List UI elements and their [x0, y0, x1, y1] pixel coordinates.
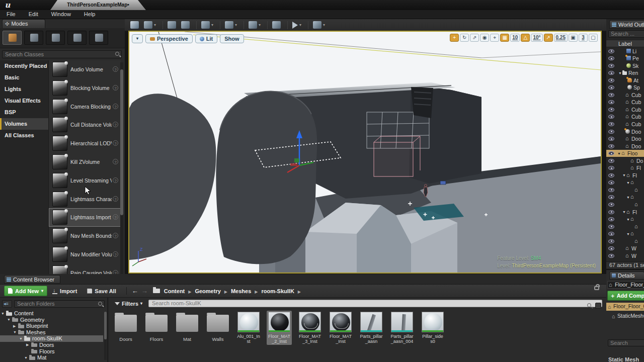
folder-tree-item-floors[interactable]: Floors [0, 348, 103, 355]
add-component-button[interactable]: ＋ Add Compo [607, 291, 644, 301]
visibility-eye-icon[interactable] [608, 188, 614, 192]
asset-Alu_001_Inst[interactable]: Alu_001_Inst [236, 311, 261, 345]
rotate-tool-button[interactable]: ↻ [460, 34, 469, 42]
surface-snap-button[interactable]: ⌖ [490, 34, 499, 42]
menu-item-help[interactable]: Help [77, 10, 102, 18]
visibility-eye-icon[interactable] [608, 64, 614, 68]
folder-tree-item-doors[interactable]: ▶Doors [0, 342, 103, 348]
visibility-eye-icon[interactable] [608, 130, 614, 134]
visibility-eye-icon[interactable] [608, 159, 614, 163]
outliner-row[interactable]: Sk [606, 62, 644, 69]
expand-arrow-icon[interactable]: ▼ [13, 330, 17, 334]
asset-folder-walls[interactable]: Walls [205, 311, 230, 345]
root-component-row[interactable]: ⌂Floor_Floor_0 [606, 303, 644, 311]
details-search-input[interactable]: Search [608, 339, 644, 346]
visibility-eye-icon[interactable] [608, 144, 614, 148]
expand-arrow-icon[interactable]: ▼ [618, 71, 622, 75]
visibility-eye-icon[interactable] [608, 195, 614, 199]
visibility-eye-icon[interactable] [608, 210, 614, 214]
asset-folder-mat[interactable]: Mat [175, 311, 200, 345]
visibility-eye-icon[interactable] [608, 108, 614, 112]
outliner-row[interactable]: ⌂Cub [606, 120, 644, 128]
outliner-row[interactable]: ▼⌂Fl [606, 208, 644, 216]
visibility-eye-icon[interactable] [608, 122, 614, 126]
search-classes-input[interactable]: Search Classes [2, 50, 122, 58]
folder-tree-scrollbar[interactable] [104, 312, 107, 360]
volume-item[interactable]: Cull Distance Volu? [49, 116, 121, 134]
visibility-eye-icon[interactable] [608, 246, 614, 250]
add-new-button[interactable]: Add New▾ [4, 286, 47, 296]
visibility-eye-icon[interactable] [608, 85, 614, 89]
perspective-button[interactable]: Perspective [145, 34, 193, 43]
settings-button[interactable]: ▾ [200, 20, 215, 30]
grid-snap-value[interactable]: 10 [510, 34, 520, 42]
search-folders-input[interactable]: Search Folders [14, 300, 105, 308]
scale-tool-button[interactable]: ⇗ [470, 34, 479, 42]
visibility-eye-icon[interactable] [608, 49, 614, 53]
camera-speed-value[interactable]: 3 [579, 34, 588, 42]
back-arrow-button[interactable]: ← [132, 287, 138, 295]
outliner-search-input[interactable]: Search ... [608, 30, 644, 38]
visibility-eye-icon[interactable] [608, 239, 614, 243]
paint-mode-tab[interactable] [24, 31, 43, 45]
maximize-viewport-button[interactable]: ▢ [589, 34, 598, 42]
volume-item[interactable]: Camera Blocking V? [49, 98, 121, 116]
visibility-eye-icon[interactable] [608, 254, 614, 258]
rotation-snap-value[interactable]: 10° [531, 34, 542, 42]
outliner-row[interactable]: ▼Ren [606, 69, 644, 77]
breadcrumb-item-meshes[interactable]: Meshes [229, 288, 253, 294]
outliner-row[interactable]: ▼⌂ [606, 179, 644, 187]
lock-icon[interactable] [594, 286, 599, 290]
category-basic[interactable]: Basic [0, 72, 48, 83]
outliner-row[interactable]: ⌂W [606, 252, 644, 259]
outliner-row[interactable]: ⌂ [606, 186, 644, 194]
expand-arrow-icon[interactable]: ▼ [617, 152, 621, 155]
outliner-row[interactable]: ⌂Fl [606, 164, 644, 172]
outliner-row[interactable]: ▼⌂ [606, 216, 644, 223]
show-button[interactable]: Show [220, 34, 244, 43]
place-mode-tab[interactable] [3, 31, 22, 45]
camera-speed-button[interactable]: ▣ [569, 34, 578, 42]
outliner-row[interactable]: ▼⌂ [606, 194, 644, 201]
outliner-row[interactable]: ⌂Cub [606, 91, 644, 99]
category-all-classes[interactable]: All Classes [0, 130, 48, 141]
details-tab[interactable]: Details [609, 272, 644, 280]
visibility-eye-icon[interactable] [608, 71, 614, 75]
visibility-eye-icon[interactable] [608, 232, 614, 236]
world-local-toggle[interactable]: ◉ [480, 34, 489, 42]
expand-arrow-icon[interactable]: ▼ [626, 196, 630, 199]
volume-item[interactable]: Blocking Volume? [49, 79, 121, 98]
folder-tree-item-mat[interactable]: ▼Mat [0, 354, 103, 361]
expand-arrow-icon[interactable]: ▼ [19, 337, 23, 340]
world-outliner-tab[interactable]: World Outlin [609, 20, 644, 29]
volume-item[interactable]: Nav Modifier Volu? [49, 245, 121, 264]
rotation-snap-toggle[interactable]: △ [521, 34, 530, 42]
outliner-row[interactable]: ⌂Doo [606, 142, 644, 150]
scrollbar-thumb[interactable] [120, 69, 123, 215]
visibility-eye-icon[interactable] [608, 217, 614, 221]
volumes-scrollbar[interactable] [120, 62, 123, 274]
visibility-eye-icon[interactable] [608, 180, 614, 185]
outliner-row[interactable]: ⌂ [606, 223, 644, 230]
menu-item-edit[interactable]: Edit [22, 10, 45, 18]
scale-snap-toggle[interactable]: ↗ [544, 34, 553, 42]
outliner-row[interactable]: ⌂Doo [606, 135, 644, 143]
save-all-button[interactable]: Save All [82, 286, 121, 296]
source-control-button[interactable]: ▾ [142, 20, 157, 30]
asset-Floor_MAT_2_Inst[interactable]: Floor_MAT_2_Inst [267, 311, 292, 345]
actor-name-field[interactable]: ⌂Floor_Floor_0 [607, 281, 644, 289]
breadcrumb-item-room-skullk[interactable]: room-SkullK [259, 288, 296, 294]
outliner-row[interactable]: ⌂Cub [606, 106, 644, 113]
folder-tree-item-blueprint[interactable]: ▶Blueprint [0, 323, 103, 329]
blueprints-button[interactable]: ▾ [223, 20, 238, 30]
outliner-row[interactable]: ⌂ [606, 201, 644, 208]
modes-tab[interactable]: ✣Modes [2, 19, 45, 28]
asset-Floor_MAT_Inst[interactable]: Floor_MAT_Inst [328, 311, 353, 345]
outliner-row[interactable]: Sp [606, 84, 644, 92]
blue-box-prop[interactable] [440, 181, 446, 185]
marketplace-button[interactable] [180, 20, 191, 30]
filters-button[interactable]: Filters▾ [112, 301, 145, 307]
category-volumes[interactable]: Volumes [0, 118, 48, 130]
import-button[interactable]: Import [47, 286, 82, 296]
expand-arrow-icon[interactable]: ▶ [26, 343, 29, 347]
